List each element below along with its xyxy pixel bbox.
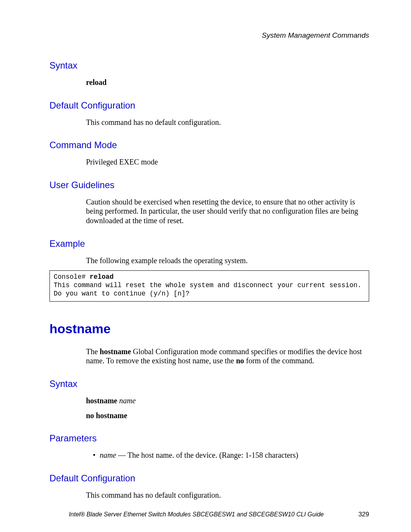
heading-default-config-2: Default Configuration [49,473,369,484]
text-run: The [86,347,100,356]
default-config-2-text: This command has no default configuratio… [86,490,369,500]
hostname-intro: The hostname Global Configuration mode c… [86,347,369,366]
example-intro: The following example reloads the operat… [86,256,369,265]
list-item: • name — The host name. of the device. (… [93,451,369,460]
footer-page-number: 329 [358,511,369,518]
default-config-text: This command has no default configuratio… [86,118,369,127]
user-guidelines-text: Caution should be exercised when resetti… [86,197,369,225]
bullet-icon: • [93,451,100,460]
syntax2-line1: hostname name [86,396,369,406]
heading-parameters: Parameters [49,433,369,444]
code-output: This command will reset the whole system… [54,281,365,297]
text-italic: name [119,396,135,405]
text-italic: name [100,451,116,459]
text-run: — The host name. of the device. (Range: … [116,451,298,459]
text-bold: no [236,356,244,365]
page-footer: Intel® Blade Server Ethernet Switch Modu… [49,511,369,518]
code-prompt: Console# [54,273,90,281]
heading-user-guidelines: User Guidelines [49,180,369,190]
heading-command-mode: Command Mode [49,140,369,150]
heading-hostname: hostname [49,321,369,336]
running-header: System Management Commands [49,31,369,40]
text-run: form of the command. [244,356,314,365]
heading-example: Example [49,238,369,249]
heading-syntax-2: Syntax [49,379,369,389]
example-code-box: Console# reload This command will reset … [49,270,369,302]
command-mode-text: Privileged EXEC mode [86,157,369,167]
footer-title: Intel® Blade Server Ethernet Switch Modu… [49,511,343,518]
syntax-reload: reload [86,78,369,87]
text-bold: hostname [86,396,119,405]
heading-default-config: Default Configuration [49,100,369,111]
page-content: System Management Commands Syntax reload… [0,0,411,500]
heading-syntax: Syntax [49,60,369,71]
text-bold: hostname [100,347,131,356]
parameters-list: • name — The host name. of the device. (… [86,451,369,460]
syntax2-line2: no hostname [86,411,369,420]
code-command: reload [90,273,114,281]
